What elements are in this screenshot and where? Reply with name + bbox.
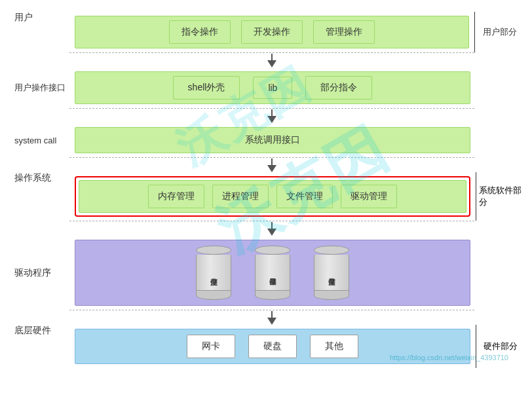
user-interface-content: shell外壳 lib 部分指令 bbox=[69, 67, 476, 108]
driver-row: 驱动程序 存储业度 存储器量 bbox=[10, 236, 522, 310]
user-label: 用户 bbox=[10, 12, 69, 52]
arrow-4 bbox=[69, 221, 474, 236]
hardware-row: 底层硬件 网卡 硬盘 其他 硬件部分 bbox=[10, 325, 522, 368]
diagram-container: 沃克因 沃克因 https://blog.csdn.net/weixin_439… bbox=[10, 7, 522, 373]
shell-item-0: shell外壳 bbox=[173, 76, 240, 100]
os-item-2: 文件管理 bbox=[276, 185, 333, 208]
arrow-3 bbox=[69, 158, 474, 172]
arrow-2 bbox=[69, 109, 474, 123]
user-row: 用户 指令操作 开发操作 管理操作 用户部分 bbox=[10, 12, 522, 52]
cylinder-top-0 bbox=[196, 246, 231, 255]
arrow-5 bbox=[69, 310, 474, 325]
shell-box: shell外壳 lib 部分指令 bbox=[75, 71, 470, 104]
cylinder-bottom-1 bbox=[255, 291, 290, 300]
system-call-row: system call 系统调用接口 bbox=[10, 123, 522, 157]
user-right-label: 用户部分 bbox=[474, 12, 522, 52]
url-watermark: https://blog.csdn.net/weixin_4393710 bbox=[390, 354, 508, 361]
user-content: 指令操作 开发操作 管理操作 bbox=[69, 12, 474, 52]
cylinder-0: 存储业度 bbox=[191, 246, 237, 300]
hw-item-1: 硬盘 bbox=[248, 335, 297, 358]
driver-label: 驱动程序 bbox=[10, 267, 69, 279]
os-outer-box: 内存管理 进程管理 文件管理 驱动管理 bbox=[75, 176, 470, 217]
system-call-label: system call bbox=[10, 136, 69, 145]
cylinder-body-1: 存储器量 bbox=[255, 255, 290, 291]
shell-item-2: 部分指令 bbox=[305, 76, 372, 100]
cylinder-bottom-2 bbox=[314, 291, 349, 300]
system-call-content: 系统调用接口 bbox=[69, 123, 476, 157]
os-box: 内存管理 进程管理 文件管理 驱动管理 bbox=[79, 180, 466, 213]
hardware-right-label: 硬件部分 bbox=[484, 341, 518, 352]
hardware-label: 底层硬件 bbox=[10, 325, 69, 368]
cylinder-1: 存储器量 bbox=[250, 246, 295, 300]
os-content: 内存管理 进程管理 文件管理 驱动管理 bbox=[69, 172, 476, 221]
os-label: 操作系统 bbox=[10, 172, 69, 221]
os-right-label: 系统软件部分 bbox=[479, 185, 522, 208]
cylinder-2: 存储量度 bbox=[309, 246, 354, 300]
cylinder-top-1 bbox=[255, 246, 290, 255]
cylinder-top-2 bbox=[314, 246, 349, 255]
cylinder-body-0: 存储业度 bbox=[196, 255, 231, 291]
os-item-0: 内存管理 bbox=[148, 185, 204, 208]
shell-item-1: lib bbox=[253, 77, 292, 99]
os-item-1: 进程管理 bbox=[212, 185, 269, 208]
cylinder-bottom-0 bbox=[196, 291, 231, 300]
hw-item-0: 网卡 bbox=[187, 335, 235, 358]
cylinder-body-2: 存储量度 bbox=[314, 255, 349, 291]
hw-item-2: 其他 bbox=[310, 335, 358, 358]
syscall-box: 系统调用接口 bbox=[75, 127, 470, 153]
os-item-3: 驱动管理 bbox=[341, 185, 397, 208]
hardware-content: 网卡 硬盘 其他 bbox=[69, 325, 476, 368]
os-row: 操作系统 内存管理 进程管理 文件管理 驱动管理 系统软件部分 bbox=[10, 172, 522, 221]
user-item-0: 指令操作 bbox=[169, 20, 231, 44]
arrow-1 bbox=[69, 53, 474, 67]
user-item-1: 开发操作 bbox=[241, 20, 303, 44]
user-interface-row: 用户操作接口 shell外壳 lib 部分指令 bbox=[10, 67, 522, 108]
user-item-2: 管理操作 bbox=[313, 20, 375, 44]
user-box: 指令操作 开发操作 管理操作 bbox=[75, 16, 469, 48]
user-interface-label: 用户操作接口 bbox=[10, 82, 69, 94]
driver-content: 存储业度 存储器量 存储量度 bbox=[69, 236, 476, 310]
driver-box: 存储业度 存储器量 存储量度 bbox=[75, 240, 470, 306]
